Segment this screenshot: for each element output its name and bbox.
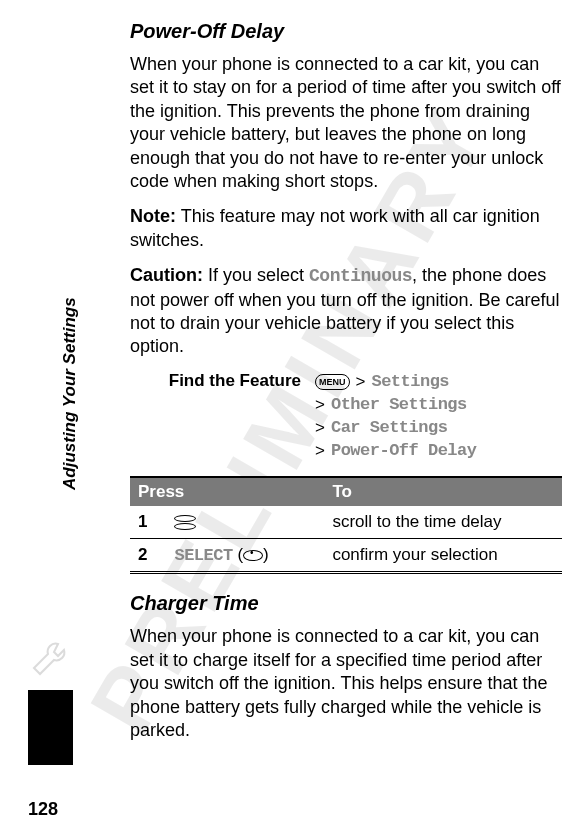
select-label: SELECT bbox=[174, 546, 232, 565]
path-separator: > bbox=[315, 440, 325, 463]
page-number: 128 bbox=[28, 799, 58, 820]
heading-charger-time: Charger Time bbox=[130, 592, 562, 615]
to-cell: confirm your selection bbox=[324, 539, 562, 573]
path-item-settings: Settings bbox=[371, 371, 449, 394]
page-content: Power-Off Delay When your phone is conne… bbox=[0, 0, 582, 774]
path-item-power-off-delay: Power-Off Delay bbox=[331, 440, 477, 463]
press-cell-scroll bbox=[166, 506, 324, 539]
path-separator: > bbox=[315, 394, 325, 417]
find-feature-block: Find the Feature MENU > Settings > Other… bbox=[130, 371, 562, 463]
path-line-2: > Other Settings bbox=[315, 394, 476, 417]
path-separator: > bbox=[356, 371, 366, 394]
note-paragraph: Note: This feature may not work with all… bbox=[130, 205, 562, 252]
caution-label: Caution: bbox=[130, 265, 203, 285]
note-text: This feature may not work with all car i… bbox=[130, 206, 540, 249]
softkey-icon bbox=[243, 550, 263, 561]
para-charger-time: When your phone is connected to a car ki… bbox=[130, 625, 562, 742]
table-row: 1 scroll to the time delay bbox=[130, 506, 562, 539]
find-feature-label: Find the Feature bbox=[130, 371, 315, 463]
path-item-other-settings: Other Settings bbox=[331, 394, 467, 417]
path-line-1: MENU > Settings bbox=[315, 371, 476, 394]
step-number: 1 bbox=[130, 506, 166, 539]
step-number: 2 bbox=[130, 539, 166, 573]
press-cell-select: SELECT () bbox=[166, 539, 324, 573]
table-header-to: To bbox=[324, 477, 562, 506]
menu-button-icon: MENU bbox=[315, 374, 350, 390]
caution-inline-option: Continuous bbox=[309, 266, 412, 286]
path-line-3: > Car Settings bbox=[315, 417, 476, 440]
find-feature-path: MENU > Settings > Other Settings > Car S… bbox=[315, 371, 476, 463]
table-row: 2 SELECT () confirm your selection bbox=[130, 539, 562, 573]
steps-table: Press To 1 scroll to the time delay 2 SE… bbox=[130, 476, 562, 574]
path-item-car-settings: Car Settings bbox=[331, 417, 447, 440]
caution-text-a: If you select bbox=[203, 265, 309, 285]
path-separator: > bbox=[315, 417, 325, 440]
path-line-4: > Power-Off Delay bbox=[315, 440, 476, 463]
table-header-press: Press bbox=[130, 477, 324, 506]
scroll-key-icon bbox=[174, 515, 196, 530]
heading-power-off-delay: Power-Off Delay bbox=[130, 20, 562, 43]
table-header-row: Press To bbox=[130, 477, 562, 506]
note-label: Note: bbox=[130, 206, 176, 226]
caution-paragraph: Caution: If you select Continuous, the p… bbox=[130, 264, 562, 359]
para-power-off-intro: When your phone is connected to a car ki… bbox=[130, 53, 562, 193]
to-cell: scroll to the time delay bbox=[324, 506, 562, 539]
